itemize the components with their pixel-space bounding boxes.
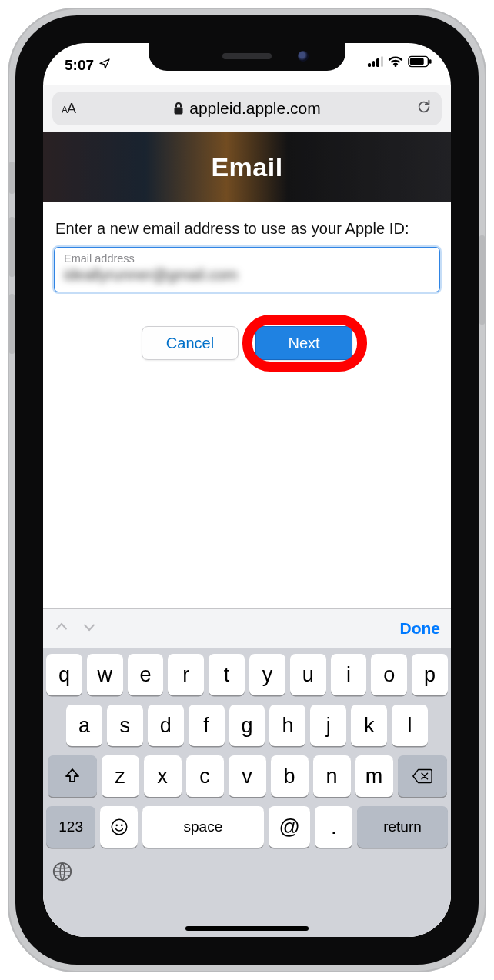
key-o[interactable]: o [371, 654, 407, 695]
address-bar[interactable]: AA appleid.apple.com [52, 92, 442, 125]
volume-up-button [9, 217, 15, 277]
numbers-key[interactable]: 123 [46, 806, 95, 848]
key-c[interactable]: c [186, 755, 224, 797]
reload-icon[interactable] [416, 98, 432, 118]
key-z[interactable]: z [102, 755, 139, 797]
svg-rect-2 [429, 59, 432, 64]
url-text: appleid.apple.com [189, 99, 320, 118]
email-field[interactable]: Email address ideallyrunner@gmail.com [54, 247, 440, 292]
backspace-key[interactable] [398, 755, 447, 797]
key-r[interactable]: r [168, 654, 204, 695]
keyboard-accessory-bar: Done [43, 608, 451, 648]
clock: 5:07 [65, 57, 94, 74]
email-field-value: ideallyrunner@gmail.com [64, 266, 430, 284]
key-x[interactable]: x [144, 755, 182, 797]
key-k[interactable]: k [351, 705, 387, 746]
svg-rect-3 [175, 108, 183, 115]
form-prev-icon[interactable] [54, 619, 69, 638]
text-size-icon[interactable]: AA [62, 101, 75, 117]
lock-icon [173, 102, 184, 115]
key-l[interactable]: l [392, 705, 428, 746]
battery-icon [408, 55, 432, 68]
key-row-4: 123 space @ . return [46, 806, 448, 848]
key-row-1: qwertyuiop [46, 654, 448, 695]
key-a[interactable]: a [66, 705, 102, 746]
browser-toolbar: AA appleid.apple.com [43, 85, 451, 133]
key-g[interactable]: g [229, 705, 265, 746]
page-header: Email [43, 132, 451, 202]
keyboard-done-button[interactable]: Done [400, 619, 441, 638]
key-row-2: asdfghjkl [46, 705, 448, 746]
key-p[interactable]: p [412, 654, 448, 695]
svg-rect-1 [410, 58, 424, 65]
volume-down-button [9, 294, 15, 354]
shift-key[interactable] [48, 755, 97, 797]
next-button[interactable]: Next [255, 326, 352, 360]
wifi-icon [388, 55, 403, 68]
key-b[interactable]: b [271, 755, 309, 797]
key-e[interactable]: e [128, 654, 164, 695]
key-m[interactable]: m [355, 755, 393, 797]
key-q[interactable]: q [46, 654, 82, 695]
globe-key[interactable] [51, 860, 74, 888]
key-f[interactable]: f [189, 705, 225, 746]
status-bar: 5:07 [43, 43, 451, 83]
emoji-key[interactable] [100, 806, 138, 848]
cellular-signal-icon [368, 56, 383, 67]
return-key[interactable]: return [357, 806, 448, 848]
svg-point-5 [115, 825, 118, 827]
key-h[interactable]: h [269, 705, 305, 746]
location-services-icon [98, 58, 111, 73]
prompt-text: Enter a new email address to use as your… [43, 202, 451, 244]
home-indicator[interactable] [185, 926, 309, 931]
key-j[interactable]: j [310, 705, 346, 746]
form-next-icon[interactable] [82, 619, 97, 638]
phone-frame: 5:07 [8, 8, 486, 972]
space-key[interactable]: space [142, 806, 264, 848]
page-title: Email [43, 132, 451, 202]
key-i[interactable]: i [331, 654, 367, 695]
cancel-button[interactable]: Cancel [142, 326, 239, 360]
side-button [479, 235, 485, 325]
key-v[interactable]: v [229, 755, 266, 797]
onscreen-keyboard: qwertyuiop asdfghjkl zxcvbnm 123 [43, 648, 451, 937]
mute-switch [9, 162, 15, 194]
dot-key[interactable]: . [315, 806, 352, 848]
next-button-label: Next [288, 335, 319, 352]
key-d[interactable]: d [148, 705, 184, 746]
svg-point-4 [112, 819, 127, 835]
key-y[interactable]: y [249, 654, 285, 695]
svg-point-6 [120, 825, 122, 827]
key-t[interactable]: t [209, 654, 245, 695]
key-n[interactable]: n [313, 755, 351, 797]
key-u[interactable]: u [290, 654, 326, 695]
key-w[interactable]: w [87, 654, 123, 695]
email-field-label: Email address [64, 252, 430, 265]
key-row-3: zxcvbnm [46, 755, 448, 797]
key-s[interactable]: s [107, 705, 143, 746]
at-key[interactable]: @ [269, 806, 310, 848]
